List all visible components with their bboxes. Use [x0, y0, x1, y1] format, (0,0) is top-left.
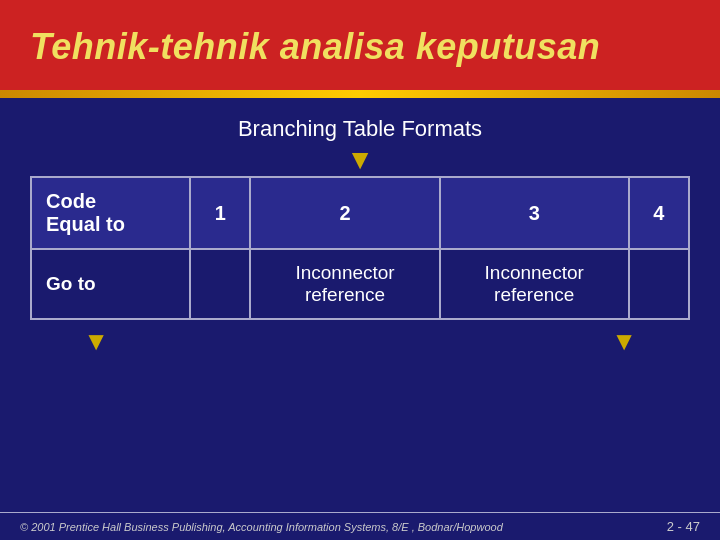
col3-header: 3	[440, 177, 629, 249]
bottom-arrow-right-icon: ▼	[558, 326, 690, 357]
footer-page-number: 2 - 47	[667, 519, 700, 534]
slide: Tehnik-tehnik analisa keputusan Branchin…	[0, 0, 720, 540]
header: Tehnik-tehnik analisa keputusan	[0, 0, 720, 90]
footer: © 2001 Prentice Hall Business Publishing…	[0, 512, 720, 540]
col0-data-label: Go to	[31, 249, 190, 319]
branching-table: CodeEqual to 1 2 3 4 Go to Inconnectorre…	[30, 176, 690, 320]
col4-header: 4	[629, 177, 689, 249]
footer-copyright: © 2001 Prentice Hall Business Publishing…	[20, 521, 503, 533]
down-arrow-icon: ▼	[346, 146, 374, 174]
content-area: Branching Table Formats ▼ CodeEqual to 1…	[0, 98, 720, 512]
col4-data	[629, 249, 689, 319]
bottom-arrow-left-icon: ▼	[30, 326, 162, 357]
table-data-row: Go to Inconnectorreference Inconnectorre…	[31, 249, 689, 319]
subtitle: Branching Table Formats	[238, 116, 482, 142]
col1-header: 1	[190, 177, 250, 249]
col2-data: Inconnectorreference	[250, 249, 439, 319]
col2-header: 2	[250, 177, 439, 249]
divider-bar	[0, 90, 720, 98]
col0-header-label: CodeEqual to	[31, 177, 190, 249]
slide-title: Tehnik-tehnik analisa keputusan	[30, 26, 600, 68]
col3-data: Inconnectorreference	[440, 249, 629, 319]
table-header-row: CodeEqual to 1 2 3 4	[31, 177, 689, 249]
col1-data	[190, 249, 250, 319]
bottom-arrows: ▼ ▼	[30, 322, 690, 359]
